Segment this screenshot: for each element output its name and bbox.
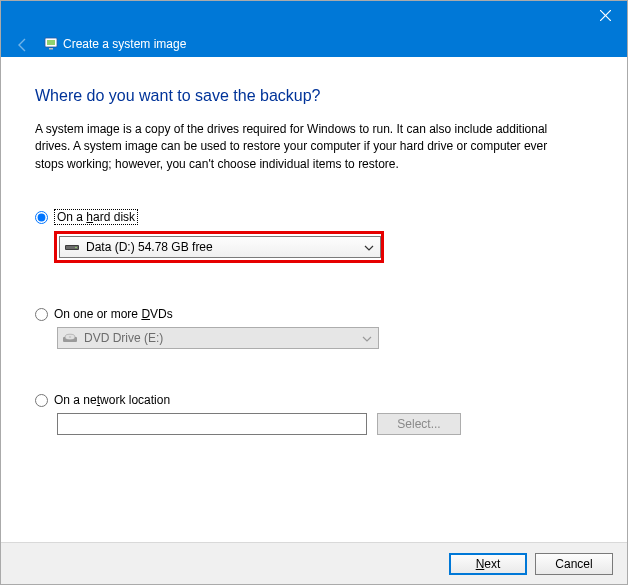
app-icon: [43, 35, 59, 51]
label-text: ard disk: [93, 210, 135, 224]
select-button: Select...: [377, 413, 461, 435]
radio-network-label[interactable]: On a network location: [54, 393, 170, 407]
svg-rect-4: [49, 48, 53, 50]
client-area: Where do you want to save the backup? A …: [1, 57, 627, 542]
close-icon: [600, 10, 611, 21]
next-button[interactable]: Next: [449, 553, 527, 575]
page-description: A system image is a copy of the drives r…: [35, 121, 575, 173]
hard-disk-dropdown[interactable]: Data (D:) 54.78 GB free: [59, 236, 381, 258]
wizard-window: Create a system image Where do you want …: [0, 0, 628, 585]
network-path-input[interactable]: [57, 413, 367, 435]
option-dvd: On one or more DVDs DVD Drive (E:): [35, 307, 593, 349]
hard-drive-icon: [64, 240, 80, 254]
label-text: ext: [484, 557, 500, 571]
chevron-down-icon: [362, 331, 372, 345]
cancel-button[interactable]: Cancel: [535, 553, 613, 575]
label-text: On a: [57, 210, 86, 224]
page-heading: Where do you want to save the backup?: [35, 87, 593, 105]
hard-disk-highlight: Data (D:) 54.78 GB free: [54, 231, 384, 263]
radio-dvd[interactable]: [35, 308, 48, 321]
dvd-dropdown-value: DVD Drive (E:): [84, 331, 163, 345]
label-text: On one or more: [54, 307, 141, 321]
chevron-down-icon: [364, 240, 374, 254]
svg-rect-3: [47, 40, 55, 45]
close-button[interactable]: [595, 5, 615, 25]
option-hard-disk: On a hard disk Data (D:) 54.78 GB free: [35, 209, 593, 263]
svg-point-7: [75, 247, 77, 249]
titlebar: Create a system image: [1, 1, 627, 57]
radio-hard-disk-label[interactable]: On a hard disk: [54, 209, 138, 225]
radio-dvd-label[interactable]: On one or more DVDs: [54, 307, 173, 321]
label-accesskey: D: [141, 307, 150, 321]
wizard-footer: Next Cancel: [1, 542, 627, 584]
dvd-dropdown[interactable]: DVD Drive (E:): [57, 327, 379, 349]
label-text: On a ne: [54, 393, 97, 407]
option-network: On a network location Select...: [35, 393, 593, 435]
label-text: VDs: [150, 307, 173, 321]
svg-point-10: [69, 336, 71, 337]
radio-hard-disk[interactable]: [35, 211, 48, 224]
radio-network[interactable]: [35, 394, 48, 407]
back-button: [15, 37, 31, 53]
window-title: Create a system image: [63, 37, 186, 51]
label-text: work location: [100, 393, 170, 407]
hard-disk-dropdown-value: Data (D:) 54.78 GB free: [86, 240, 213, 254]
disc-drive-icon: [62, 331, 78, 345]
back-arrow-icon: [15, 37, 31, 53]
